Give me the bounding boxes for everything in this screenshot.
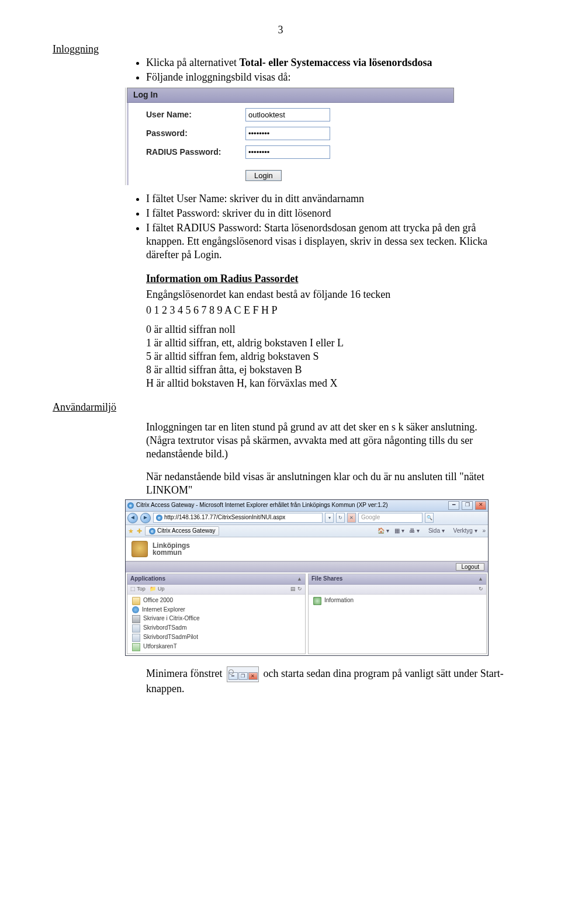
- heading-anvandarmiljo: Användarmiljö: [53, 401, 508, 414]
- applications-panel-title: Applications: [130, 575, 165, 583]
- radius-notes: 0 är alltid siffran noll 1 är alltid sif…: [146, 323, 508, 390]
- heading-inloggning: Inloggning: [53, 43, 508, 56]
- app-icon: [132, 643, 140, 651]
- app-item[interactable]: Office 2000: [127, 596, 305, 606]
- search-dropdown[interactable]: 🔍: [425, 513, 434, 523]
- favorites-star-icon[interactable]: ★: [128, 527, 134, 535]
- top-link[interactable]: ⬚ Top: [130, 586, 146, 592]
- view-icon[interactable]: ▤: [290, 586, 296, 592]
- linkoping-logo-icon: [131, 541, 148, 557]
- radius-note: 8 är alltid siffran åtta, ej bokstaven B: [146, 363, 508, 377]
- url-text: http://148.136.17.77/CitrixSessionInit/N…: [164, 514, 285, 522]
- bullet-list-1: Klicka på alternativet Total- eller Syst…: [53, 56, 508, 84]
- browser-tab[interactable]: e Citrix Access Gateway: [145, 526, 219, 536]
- app-item[interactable]: Internet Explorer: [127, 606, 305, 614]
- desktop-icon: [132, 624, 140, 633]
- stop-button[interactable]: ✕: [347, 513, 356, 523]
- address-dropdown[interactable]: ▾: [325, 513, 334, 523]
- env-paragraph-2: När nedanstående bild visas är anslutnin…: [146, 470, 508, 497]
- app-item[interactable]: SkrivbordTSadm: [127, 624, 305, 633]
- applications-list: Office 2000 Internet Explorer Skrivare i…: [127, 595, 305, 654]
- window-title: Citrix Access Gateway - Microsoft Intern…: [136, 502, 388, 509]
- password-input[interactable]: [245, 127, 330, 140]
- maximize-icon: ❐: [238, 672, 248, 680]
- refresh-button[interactable]: ↻: [336, 513, 345, 523]
- ie-url-icon: e: [156, 515, 162, 521]
- ie-app-icon: [132, 606, 139, 613]
- citrix-screenshot: e Citrix Access Gateway - Microsoft Inte…: [125, 499, 489, 656]
- bullet-item: I fältet RADIUS Password: Starta lösenor…: [146, 221, 508, 262]
- tab-title: Citrix Access Gateway: [157, 527, 215, 535]
- bullet-item: Klicka på alternativet Total- eller Syst…: [146, 56, 508, 70]
- logout-button[interactable]: Logout: [456, 563, 484, 571]
- username-input[interactable]: [245, 108, 330, 121]
- fileshares-panel: File Shares ▲ ↻ Information: [308, 574, 487, 654]
- up-link[interactable]: 📁 Up: [150, 586, 164, 592]
- fileshares-panel-title: File Shares: [311, 575, 342, 583]
- window-titlebar: e Citrix Access Gateway - Microsoft Inte…: [126, 500, 488, 512]
- bullet-item: Följande inloggningsbild visas då:: [146, 71, 508, 84]
- heading-radius-info: Information om Radius Passordet: [146, 272, 508, 286]
- add-favorite-icon[interactable]: ✚: [137, 527, 142, 535]
- tab-icon: e: [149, 528, 155, 534]
- print-icon[interactable]: 🖶 ▾: [409, 527, 420, 534]
- app-item[interactable]: Skrivare i Citrix-Office: [127, 614, 305, 624]
- folder-icon: [132, 597, 140, 605]
- footer-paragraph: Minimera fönstret ━ ❐ ✕ och starta sedan…: [146, 666, 508, 696]
- applications-panel: Applications ▲ ⬚ Top 📁 Up ▤ ↻ Office: [127, 574, 306, 654]
- chevron-icon[interactable]: »: [482, 527, 486, 534]
- radius-note: 1 är alltid siffran, ett, aldrig bokstav…: [146, 336, 508, 350]
- browser-toolbar: ★ ✚ e Citrix Access Gateway 🏠 ▾ ▦ ▾ 🖶 ▾ …: [126, 525, 488, 538]
- panel-collapse-icon[interactable]: ▲: [478, 576, 483, 583]
- bullet-text: Klicka på alternativet Total- eller Syst…: [146, 57, 432, 68]
- address-bar-row: ◄ ► e http://148.136.17.77/CitrixSession…: [126, 512, 488, 525]
- label-password: Password:: [146, 128, 245, 139]
- bullet-item: I fältet User Name: skriver du in ditt a…: [146, 192, 508, 206]
- desktop-icon: [132, 634, 140, 642]
- printer-icon: [132, 615, 140, 623]
- back-button[interactable]: ◄: [127, 513, 138, 523]
- feeds-icon[interactable]: ▦ ▾: [394, 527, 404, 534]
- address-bar[interactable]: e http://148.136.17.77/CitrixSessionInit…: [153, 513, 323, 523]
- window-control-icon: ━ ❐ ✕: [227, 666, 259, 682]
- radius-note: 0 är alltid siffran noll: [146, 323, 508, 336]
- tools-menu[interactable]: Verktyg ▾: [450, 527, 477, 534]
- radius-note: 5 är alltid siffran fem, aldrig bokstave…: [146, 350, 508, 363]
- panel-collapse-icon[interactable]: ▲: [297, 576, 302, 583]
- footer-text-pre: Minimera fönstret: [146, 667, 225, 679]
- radius-password-input[interactable]: [245, 145, 330, 159]
- bullet-list-2: I fältet User Name: skriver du in ditt a…: [53, 192, 508, 262]
- login-button[interactable]: Login: [245, 170, 282, 181]
- page-number: 3: [53, 23, 508, 37]
- minimize-icon: ━: [228, 672, 238, 680]
- radius-note: H är alltid bokstaven H, kan förväxlas m…: [146, 377, 508, 390]
- info-icon: [313, 597, 321, 605]
- label-radius-password: RADIUS Password:: [146, 147, 245, 158]
- app-item[interactable]: UtforskarenT: [127, 642, 305, 652]
- refresh-panel-icon[interactable]: ↻: [479, 586, 483, 593]
- page-menu[interactable]: Sida ▾: [425, 527, 445, 534]
- login-title-bar: Log In: [127, 88, 454, 103]
- close-button[interactable]: ✕: [475, 501, 486, 510]
- home-icon[interactable]: 🏠 ▾: [378, 527, 389, 534]
- brand-text: Linköpingskommun: [153, 542, 190, 556]
- login-screenshot: Log In User Name: Password: RADIUS Passw…: [125, 88, 454, 185]
- refresh-panel-icon[interactable]: ↻: [297, 586, 302, 592]
- label-username: User Name:: [146, 110, 245, 120]
- env-paragraph-1: Inloggningen tar en liten stund på grund…: [146, 421, 508, 461]
- maximize-button[interactable]: ❐: [462, 501, 473, 510]
- search-box[interactable]: Google: [358, 513, 423, 523]
- bullet-item: I fältet Password: skriver du in ditt lö…: [146, 207, 508, 220]
- ie-icon: e: [127, 502, 134, 509]
- app-item[interactable]: SkrivbordTSadmPilot: [127, 633, 305, 642]
- brand-row: Linköpingskommun: [126, 537, 488, 561]
- fileshare-item[interactable]: Information: [309, 596, 486, 606]
- minimize-button[interactable]: ━: [448, 501, 459, 510]
- forward-button[interactable]: ►: [140, 513, 151, 523]
- radius-info-line1: Engångslösenordet kan endast bestå av fö…: [146, 288, 508, 301]
- close-icon: ✕: [248, 672, 258, 680]
- radius-info-line2: 0 1 2 3 4 5 6 7 8 9 A C E F H P: [146, 304, 508, 317]
- fileshares-list: Information: [309, 595, 486, 607]
